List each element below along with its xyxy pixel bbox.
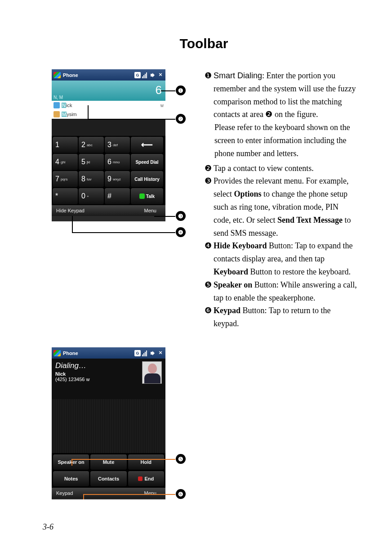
callout-ref-1: ❶ xyxy=(205,69,212,121)
end-button[interactable]: End xyxy=(128,471,164,486)
in-call-buttons: Speaker on Mute Hold Notes Contacts End xyxy=(52,453,165,488)
key-9[interactable]: 9wxyz xyxy=(105,171,130,187)
title-bar: Phone G × xyxy=(52,69,165,81)
page-number: 3-6 xyxy=(43,522,53,532)
callout-6: ❻ xyxy=(176,489,186,499)
desc-item-3: ❸ Provides the relevant menu. For exampl… xyxy=(205,175,357,239)
leader-line xyxy=(71,459,175,460)
callout-ref-3: ❸ xyxy=(205,175,212,239)
callout-ref-4: ❹ xyxy=(205,239,212,278)
volume-icon[interactable] xyxy=(150,350,156,356)
key-5[interactable]: 5jkl xyxy=(79,154,104,170)
leader-line xyxy=(72,216,73,233)
contacts-button[interactable]: Contacts xyxy=(90,471,126,486)
desc-item-5: ❺ Speaker on Button: While answering a c… xyxy=(205,278,357,305)
start-icon[interactable] xyxy=(53,350,61,356)
signal-icon xyxy=(142,72,148,78)
call-status-area: Dialing… Nick (425) 123456 w xyxy=(52,359,165,399)
leader-line xyxy=(88,105,89,119)
close-icon[interactable]: × xyxy=(157,350,164,356)
key-6[interactable]: 6mno xyxy=(105,154,130,170)
key-call-history[interactable]: Call History xyxy=(131,171,163,187)
match-letter: M xyxy=(62,112,67,117)
volume-icon[interactable] xyxy=(150,72,156,78)
desc-item-1b: Please refer to the keyboard shown on th… xyxy=(214,121,357,160)
soft-right-button[interactable]: Menu xyxy=(107,490,166,496)
callout-ref-5: ❺ xyxy=(205,278,212,305)
key-hash[interactable]: # xyxy=(105,188,130,204)
desc-lead: Smart Dialing xyxy=(214,71,262,80)
description-column: ❶ Smart Dialing: Enter the portion you r… xyxy=(205,69,357,499)
key-4[interactable]: 4ghi xyxy=(53,154,78,170)
leader-line xyxy=(83,494,84,499)
soft-left-button[interactable]: Hide Keypad xyxy=(52,208,107,213)
leader-line xyxy=(83,494,175,495)
key-3[interactable]: 3def xyxy=(105,137,130,153)
signal-icon xyxy=(142,350,148,356)
desc-item-2: ❷ Tap a contact to view contents. xyxy=(205,162,357,175)
phone-screenshot-2: Phone G × Dialing… Nick (425) 123456 w S… xyxy=(52,347,165,499)
hold-button[interactable]: Hold xyxy=(128,454,164,470)
sim-icon xyxy=(53,111,60,117)
desc-item-1: ❶ Smart Dialing: Enter the portion you r… xyxy=(205,69,357,121)
key-8[interactable]: 8tuv xyxy=(79,171,104,187)
app-title: Phone xyxy=(63,72,78,78)
leader-line xyxy=(88,119,175,120)
callout-3: ❸ xyxy=(176,211,186,221)
callout-2: ❷ xyxy=(176,114,186,124)
desc-item-6: ❻ Keypad Button: Tap to return to the ke… xyxy=(205,304,357,330)
callout-5: ❺ xyxy=(176,454,186,464)
notes-button[interactable]: Notes xyxy=(53,471,89,486)
key-0[interactable]: 0+ xyxy=(79,188,104,204)
callout-ref-inline: ❷ xyxy=(265,110,272,119)
leader-line xyxy=(154,216,175,217)
contact-icon xyxy=(53,102,60,108)
desc-item-4: ❹ Hide Keyboard Button: Tap to expand th… xyxy=(205,239,357,278)
soft-left-button[interactable]: Keypad xyxy=(52,490,107,496)
key-7[interactable]: 7pqrs xyxy=(53,171,78,187)
key-backspace[interactable] xyxy=(131,137,163,153)
mute-button[interactable]: Mute xyxy=(90,454,126,470)
start-icon[interactable] xyxy=(53,72,61,78)
key-speed-dial[interactable]: Speed Dial xyxy=(131,154,163,170)
soft-key-bar: Hide Keypad Menu xyxy=(52,205,165,216)
app-title: Phone xyxy=(63,350,78,356)
figures-column: Phone G × 6 N, M Nick w Mysim xyxy=(43,69,191,499)
callout-1: ❶ xyxy=(176,85,186,95)
key-1[interactable]: 1 xyxy=(53,137,78,153)
g-icon: G xyxy=(134,72,141,78)
contact-photo xyxy=(142,361,162,384)
key-2[interactable]: 2abc xyxy=(79,137,104,153)
leader-line xyxy=(72,232,175,233)
soft-right-button[interactable]: Menu xyxy=(107,208,166,213)
leader-line xyxy=(71,459,72,466)
callout-ref-6: ❻ xyxy=(205,304,212,330)
key-talk[interactable]: Talk xyxy=(131,188,163,204)
dial-display: 6 N, M xyxy=(52,81,165,101)
key-star[interactable]: * xyxy=(53,188,78,204)
phone-screenshot-1: Phone G × 6 N, M Nick w Mysim xyxy=(52,69,165,221)
close-icon[interactable]: × xyxy=(157,72,164,78)
contact-row[interactable]: Mysim xyxy=(52,110,165,119)
dial-keypad: 1 2abc 3def 4ghi 5jkl 6mno Speed Dial 7p… xyxy=(52,136,165,205)
contact-list: Nick w Mysim xyxy=(52,101,165,119)
leader-line xyxy=(161,90,175,91)
callout-4: ❹ xyxy=(176,227,186,237)
callout-ref-2: ❷ xyxy=(205,162,212,175)
title-bar: Phone G × xyxy=(52,347,165,359)
filter-hint: N, M xyxy=(53,95,63,100)
g-icon: G xyxy=(134,350,141,356)
soft-key-bar: Keypad Menu xyxy=(52,488,165,499)
match-letter: N xyxy=(62,103,66,108)
page-title: Toolbar xyxy=(43,36,365,51)
contact-row[interactable]: Nick w xyxy=(52,101,165,110)
